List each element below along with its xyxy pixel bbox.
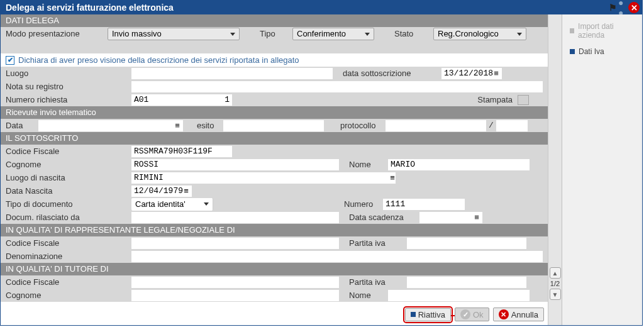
esito-input[interactable] — [223, 120, 324, 131]
ricevute-data-calendar-icon[interactable]: ≡ — [174, 121, 180, 130]
data-sottoscrizione-value[interactable]: 13/12/2018 — [444, 69, 493, 78]
tut-cognome-input[interactable] — [131, 290, 339, 301]
tut-cf-label: Codice Fiscale — [1, 276, 131, 288]
sotto-cf-input[interactable] — [131, 146, 232, 157]
numero-doc-input[interactable] — [383, 199, 465, 210]
tut-cognome-label: Cognome — [1, 289, 131, 301]
tut-piva-input[interactable] — [407, 277, 526, 288]
luogo-label: Luogo — [1, 67, 131, 79]
sidebar-dati-iva-label: Dati Iva — [579, 47, 604, 56]
sotto-data-nascita-label: Data Nascita — [1, 185, 131, 197]
sotto-nome-label: Nome — [344, 158, 388, 170]
scroll-up-button[interactable]: ▲ — [550, 267, 561, 279]
rappr-piva-label: Partita iva — [344, 237, 407, 249]
dots-icon: ● ● — [618, 3, 627, 12]
sotto-cf-label: Codice Fiscale — [1, 145, 131, 157]
rappr-denom-input[interactable] — [131, 251, 543, 262]
riattiva-label: Riattiva — [418, 310, 445, 319]
rappr-piva-input[interactable] — [407, 238, 526, 249]
cancel-icon: ✕ — [499, 309, 509, 319]
sidebar-import-label: Import dati azienda — [578, 22, 635, 40]
dichiara-text: Dichiara di aver preso visione della des… — [18, 54, 304, 66]
sidebar-import-dati[interactable]: Import dati azienda — [565, 18, 640, 43]
numero-richiesta-seq-input[interactable] — [201, 94, 232, 106]
scadenza-label: Data scadenza — [344, 211, 419, 223]
numero-richiesta-label: Numero richiesta — [1, 94, 131, 106]
riattiva-button[interactable]: Riattiva — [405, 308, 451, 321]
protocollo-label: protocollo — [335, 119, 386, 131]
tipo-documento-value: Carta identita' — [135, 199, 186, 209]
page-indicator: 1/2 — [550, 280, 560, 287]
nota-registro-label: Nota su registro — [1, 80, 131, 92]
section-sottoscritto: IL SOTTOSCRITTO — [1, 132, 548, 145]
scroll-down-button[interactable]: ▼ — [550, 289, 561, 300]
rilasciato-input[interactable] — [131, 212, 339, 223]
data-nascita-calendar-icon[interactable]: ≡ — [183, 186, 189, 196]
section-dati-delega: DATI DELEGA — [1, 14, 548, 27]
tipo-documento-label: Tipo di documento — [1, 198, 131, 210]
section-rappresentante: IN QUALITA' DI RAPPRESENTANTE LEGALE/NEG… — [1, 224, 548, 236]
luogo-input[interactable] — [131, 68, 333, 79]
tipo-documento-select[interactable]: Carta identita' — [131, 198, 213, 211]
stato-label: Stato — [389, 28, 433, 40]
section-ricevute: Ricevute invio telematico — [1, 106, 548, 119]
tipo-label: Tipo — [255, 28, 292, 40]
scadenza-calendar-icon[interactable]: ≡ — [474, 213, 480, 222]
sotto-luogo-nascita-input[interactable] — [131, 172, 389, 184]
tut-cf-input[interactable] — [131, 277, 339, 288]
window-title: Delega ai servizi fatturazione elettroni… — [6, 3, 174, 13]
stato-select[interactable]: Reg.Cronologico — [433, 28, 526, 40]
numero-doc-label: Numero — [339, 198, 383, 210]
modo-presentazione-label: Modo presentazione — [1, 28, 108, 40]
tut-nome-input[interactable] — [388, 290, 530, 301]
ok-label: Ok — [473, 310, 484, 319]
esito-label: esito — [192, 119, 223, 131]
rappr-cf-label: Codice Fiscale — [1, 237, 131, 249]
tut-piva-label: Partita iva — [344, 276, 407, 288]
tipo-select[interactable]: Conferimento — [292, 28, 374, 40]
rappr-denom-label: Denominazione — [1, 250, 131, 262]
annulla-button[interactable]: ✕Annulla — [493, 308, 544, 321]
pin-icon[interactable]: ⚑ — [608, 3, 617, 12]
sidebar-dati-iva[interactable]: Dati Iva — [565, 43, 640, 60]
modo-presentazione-select[interactable]: Invio massivo — [108, 28, 240, 40]
square-icon — [570, 49, 575, 54]
data-sottoscrizione-label: data sottoscrizione — [338, 67, 441, 79]
protocollo-input[interactable] — [386, 120, 486, 131]
sotto-data-nascita-value[interactable]: 12/04/1979 — [134, 186, 183, 196]
sotto-cognome-input[interactable] — [131, 159, 339, 170]
numero-richiesta-input[interactable] — [131, 94, 201, 106]
ok-button[interactable]: ✓Ok — [455, 308, 489, 321]
stampata-box[interactable] — [518, 95, 529, 105]
annulla-label: Annulla — [511, 310, 538, 319]
tut-nome-label: Nome — [344, 289, 388, 301]
stato-value: Reg.Cronologico — [438, 29, 499, 38]
calendar-icon[interactable]: ≡ — [493, 69, 499, 78]
luogo-nascita-lookup-icon[interactable]: ≡ — [389, 172, 396, 184]
protocollo-sep: / — [486, 121, 496, 130]
check-icon: ✓ — [460, 309, 470, 319]
close-icon[interactable]: ✕ — [628, 2, 640, 13]
tipo-value: Conferimento — [297, 29, 346, 38]
dichiara-checkbox[interactable] — [6, 56, 14, 65]
sotto-cognome-label: Cognome — [1, 158, 131, 170]
square-icon — [411, 312, 416, 317]
square-icon — [570, 28, 574, 33]
nota-registro-input[interactable] — [131, 81, 543, 92]
ricevute-data-label: Data — [1, 119, 38, 131]
rilasciato-label: Docum. rilasciato da — [1, 211, 131, 223]
modo-presentazione-value: Invio massivo — [112, 29, 162, 38]
section-tutore: IN QUALITA' DI TUTORE DI — [1, 263, 548, 275]
stampata-label: Stampata — [472, 94, 518, 106]
protocollo2-input[interactable] — [496, 120, 528, 131]
sotto-luogo-nascita-label: Luogo di nascita — [1, 172, 131, 184]
sotto-nome-input[interactable] — [388, 159, 530, 170]
rappr-cf-input[interactable] — [131, 238, 339, 249]
